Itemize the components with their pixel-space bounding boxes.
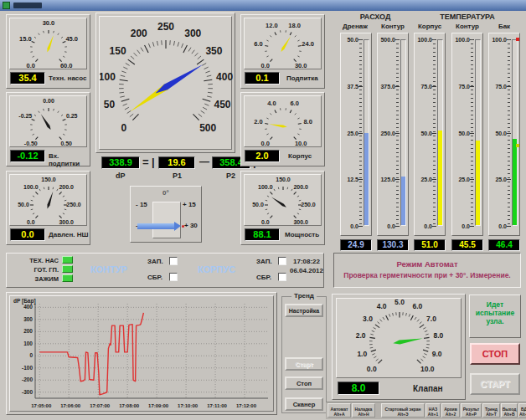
svg-text:4.0: 4.0	[377, 302, 387, 310]
taskbar-button-naz[interactable]: НАЗAlt+1	[425, 403, 441, 417]
taskbar-button-result[interactable]: РезультAlt+Р	[461, 403, 482, 417]
svg-text:0: 0	[121, 122, 126, 134]
kontur-zap-label: ЗАП.	[147, 258, 163, 265]
gauge-tech-nasos: 0.015.030.045.060.0	[10, 18, 88, 70]
gauge-face: 050100150200250300350400450500	[99, 16, 232, 150]
bar-name-kontur1: Контур	[376, 23, 410, 30]
trend-scanner-button[interactable]: Сканер	[285, 397, 323, 411]
trend-settings-button[interactable]: Настройка	[285, 304, 323, 317]
svg-text:-300: -300	[22, 389, 33, 395]
svg-text:60.0: 60.0	[60, 62, 73, 69]
header-rashod: РАСХОД	[340, 13, 410, 21]
tilt-indicator: 0° - 15 + 15 - 30 + 30	[130, 186, 202, 243]
svg-text:17:10:00: 17:10:00	[178, 403, 199, 408]
svg-text:1.0: 1.0	[357, 350, 367, 358]
korpus-zap-label: ЗАП.	[256, 258, 272, 265]
gauge-moshchnost: 0.050.0100.0150.0200.0250.0300.0	[245, 175, 322, 227]
svg-text:17:05:00: 17:05:00	[31, 403, 52, 408]
minus-sign: —	[199, 156, 209, 167]
svg-text:2.0: 2.0	[254, 118, 262, 125]
trend-start-button[interactable]: Старт	[285, 357, 323, 371]
svg-text:300.0: 300.0	[59, 219, 74, 225]
clock-time: 17:08:22	[290, 258, 323, 265]
svg-text:6.0: 6.0	[254, 40, 262, 48]
svg-text:6.0: 6.0	[412, 302, 422, 310]
svg-text:400: 400	[216, 71, 233, 83]
svg-text:10.0: 10.0	[420, 365, 435, 373]
window-title-text	[13, 3, 42, 8]
korpus-sbr-checkbox[interactable]	[278, 273, 286, 281]
tilt-right-30: + 30	[184, 222, 198, 229]
svg-text:-200: -200	[22, 376, 33, 382]
svg-text:0.0: 0.0	[27, 62, 35, 69]
gauge-face: 0.02.04.06.08.010.0	[244, 95, 322, 147]
svg-text:0.50: 0.50	[60, 141, 72, 146]
taskbar-button-vyhod[interactable]: ВыходAlt+В	[501, 403, 518, 417]
clock-date: 06.04.2012	[288, 267, 325, 274]
svg-text:4.0: 4.0	[267, 100, 276, 107]
podpitka-value: 0.1	[245, 72, 280, 85]
tilt-left-15: - 15	[136, 201, 147, 208]
taskbar-button-avtomat[interactable]: АвтоматAlt+А	[327, 403, 351, 417]
klapan-caption: Клапан	[413, 384, 443, 393]
gauge-korpus: 0.02.04.06.08.010.0	[245, 96, 322, 148]
kontur-rashod-value: 130.3	[377, 239, 409, 251]
svg-text:17:07:00: 17:07:00	[90, 403, 111, 408]
kontur-sbr-checkbox[interactable]	[169, 273, 178, 281]
p1-value: 19.6	[158, 156, 195, 169]
svg-text:-0.25: -0.25	[18, 113, 32, 119]
taskbar-button-bd[interactable]: БДAlt+Б	[518, 403, 526, 417]
svg-text:0.0: 0.0	[27, 219, 35, 225]
dp-label: dP	[116, 172, 126, 180]
svg-text:15.0: 15.0	[19, 35, 32, 43]
stop-button[interactable]: СТОП	[470, 343, 520, 365]
taskbar-button-trend[interactable]: ТрендAlt+Т	[482, 403, 500, 417]
p1-label: P1	[173, 172, 182, 180]
bar-drenazh: 50.037.525.012.50.0	[340, 33, 372, 236]
gauge-panel-podpitka: 0.06.012.018.024.030.0 0.1 Подпитка	[240, 14, 325, 89]
bar-name-kontur2: Контур	[451, 23, 484, 30]
svg-text:-0.50: -0.50	[24, 141, 38, 146]
taskbar-button-start-screen[interactable]: Стартовый экранAlt+Э	[381, 403, 425, 417]
bar-name-korpus: Корпус	[413, 23, 446, 30]
start-button[interactable]: СТАРТ	[470, 373, 520, 395]
bak-temp-value: 46.4	[488, 239, 520, 251]
svg-text:100: 100	[100, 71, 116, 83]
svg-text:17:12:00: 17:12:00	[236, 403, 257, 408]
trend-stop-button[interactable]: Стоп	[285, 376, 323, 390]
moshchnost-value: 88.1	[245, 228, 280, 241]
svg-text:2.0: 2.0	[356, 331, 366, 340]
svg-text:100.0: 100.0	[258, 184, 273, 190]
svg-text:350: 350	[205, 45, 222, 57]
kontur-zap-checkbox[interactable]	[169, 257, 178, 265]
svg-text:6.0: 6.0	[290, 100, 298, 107]
bar-bak-temp: 100.075.050.025.00.0	[488, 33, 520, 236]
svg-text:18.0: 18.0	[288, 22, 301, 29]
tilt-arrow-body	[137, 223, 174, 229]
svg-text:0.0: 0.0	[367, 365, 377, 373]
svg-text:100: 100	[23, 341, 33, 346]
gauge-face: 0.050.0100.0150.0200.0250.0300.0	[244, 174, 322, 226]
led-label-got-gp: ГОТ. ГП.	[18, 266, 59, 274]
gauge-podpitka: 0.06.012.018.024.030.0	[245, 18, 322, 70]
svg-text:8.0: 8.0	[303, 118, 312, 125]
svg-text:300: 300	[184, 28, 201, 39]
gauge-face: 0.01.02.03.04.05.06.07.08.09.010.0	[336, 298, 462, 378]
svg-text:400: 400	[23, 304, 33, 310]
korpus-zap-checkbox[interactable]	[278, 257, 286, 265]
dp-value: 338.9	[101, 156, 140, 169]
taskbar-button-naladka[interactable]: НаладкаAlt+Н	[352, 403, 375, 417]
gauge-panel-korpus: 0.02.04.06.08.010.0 2.0 Корпус	[240, 92, 325, 166]
bar-korpus-temp: 100.075.050.025.00.0	[414, 33, 446, 236]
led-teh-nas	[62, 256, 73, 264]
taskbar-button-arhiv[interactable]: АрхивAlt+2	[441, 403, 460, 417]
svg-text:45.0: 45.0	[65, 35, 78, 43]
svg-text:150.0: 150.0	[276, 177, 291, 182]
svg-text:30.0: 30.0	[43, 19, 55, 27]
svg-text:30.0: 30.0	[295, 62, 307, 69]
korpus-temp-value: 51.0	[414, 239, 446, 251]
led-got-gp	[62, 265, 73, 273]
svg-text:10.0: 10.0	[295, 140, 307, 147]
window-titlebar[interactable]	[0, 0, 526, 11]
svg-text:450: 450	[214, 99, 231, 110]
